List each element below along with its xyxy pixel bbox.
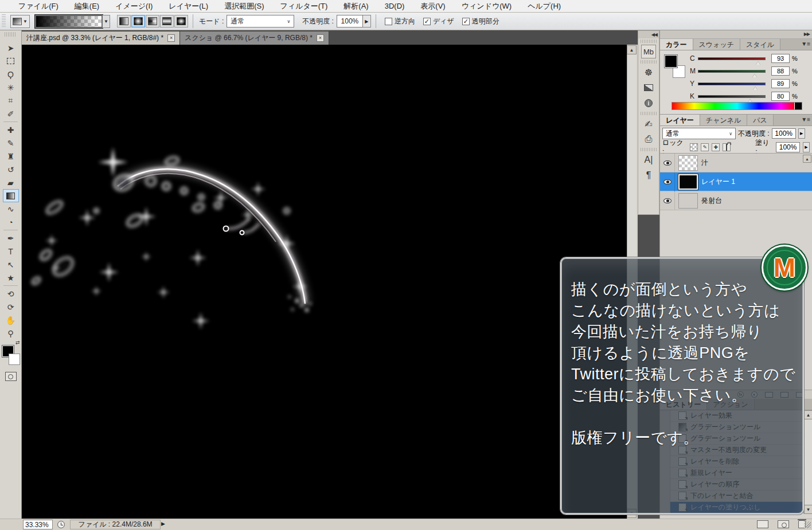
lock-transparency-icon[interactable] <box>690 143 698 151</box>
tab-paths[interactable]: パス <box>747 115 774 125</box>
collapse-dock-button[interactable]: ◀◀ <box>638 31 659 38</box>
character-panel-icon[interactable]: A| <box>641 153 656 167</box>
tab-swatches[interactable]: スウォッチ <box>693 39 740 50</box>
radial-gradient-button[interactable] <box>131 15 145 28</box>
scroll-down-button[interactable]: ▼ <box>804 505 812 514</box>
magic-wand-tool[interactable]: ✳ <box>3 81 19 94</box>
angle-gradient-button[interactable] <box>146 15 159 28</box>
opacity-input[interactable]: 100% <box>337 15 363 28</box>
tab-color[interactable]: カラー <box>660 39 693 50</box>
swap-colors-icon[interactable]: ⇄ <box>15 340 20 346</box>
dock-grip[interactable] <box>641 60 657 64</box>
yellow-slider-thumb[interactable] <box>753 87 758 90</box>
document-tab-active[interactable]: 汁講座.psd @ 33.3% (レイヤー 1, RGB/8#) * × <box>22 32 180 45</box>
visibility-cell[interactable] <box>660 172 675 191</box>
tab-layers[interactable]: レイヤー <box>660 115 700 125</box>
pen-tool[interactable]: ✒ <box>3 231 19 245</box>
blend-mode-select[interactable]: 通常 ∨ <box>227 15 294 28</box>
window-resize-grip[interactable] <box>804 521 811 528</box>
black-slider[interactable] <box>698 95 766 98</box>
panel-menu-icon[interactable]: ▼≡ <box>801 116 810 123</box>
layer-row-layer1-selected[interactable]: レイヤー 1 <box>660 172 812 191</box>
close-icon[interactable]: × <box>167 34 175 42</box>
cyan-slider-thumb[interactable] <box>756 61 760 65</box>
zoom-level-input[interactable]: 33.33% <box>23 520 53 529</box>
3d-orbit-tool[interactable]: ⟳ <box>3 300 19 313</box>
info-panel-icon[interactable]: i <box>641 96 656 110</box>
magenta-slider-thumb[interactable] <box>752 74 757 77</box>
gradient-preview[interactable] <box>35 15 103 28</box>
history-brush-tool[interactable]: ↺ <box>3 163 19 176</box>
tool-preset-picker[interactable]: ▼ <box>10 15 30 28</box>
transparency-checkbox-group[interactable]: ✓ 透明部分 <box>462 17 499 26</box>
quick-mask-button[interactable] <box>5 372 17 381</box>
move-tool[interactable]: ➤ <box>3 41 19 54</box>
yellow-value[interactable]: 89 <box>771 79 790 88</box>
marquee-tool[interactable] <box>3 54 19 68</box>
lock-all-icon[interactable] <box>723 143 731 151</box>
dither-checkbox[interactable]: ✓ <box>423 18 431 25</box>
menu-file[interactable]: ファイル(F) <box>10 0 67 13</box>
scroll-up-button[interactable]: ▲ <box>627 45 637 54</box>
new-document-from-state-button[interactable] <box>757 520 768 528</box>
scroll-up-button[interactable]: ▲ <box>804 410 812 419</box>
layer-fill-input[interactable]: 100% <box>776 142 800 152</box>
dock-grip[interactable] <box>641 148 657 151</box>
menu-select[interactable]: 選択範囲(S) <box>216 0 272 13</box>
gradient-picker-arrow[interactable]: ▼ <box>103 15 110 28</box>
clone-stamp-tool[interactable]: ♜ <box>3 150 19 163</box>
histogram-panel-icon[interactable] <box>641 81 656 95</box>
reverse-checkbox-group[interactable]: 逆方向 <box>385 17 415 26</box>
document-tab-inactive[interactable]: スクショ @ 66.7% (レイヤー 9, RGB/8) * × <box>180 32 329 45</box>
diamond-gradient-button[interactable] <box>174 15 188 28</box>
layer-thumbnail[interactable] <box>678 193 698 209</box>
menu-view[interactable]: 表示(V) <box>412 0 453 13</box>
layer-opacity-arrow[interactable]: ▶ <box>798 128 805 139</box>
dither-checkbox-group[interactable]: ✓ ディザ <box>423 17 454 26</box>
cyan-slider[interactable] <box>698 57 766 60</box>
visibility-cell[interactable] <box>660 191 675 210</box>
layer-list-scroll-up[interactable]: ▲ <box>803 155 811 163</box>
magenta-slider[interactable] <box>698 70 766 73</box>
menu-filter[interactable]: フィルター(T) <box>272 0 336 13</box>
tab-styles[interactable]: スタイル <box>740 39 780 50</box>
opacity-slider-arrow[interactable]: ▶ <box>363 15 371 28</box>
brush-tool[interactable]: ✎ <box>3 136 19 150</box>
layer-row-juice[interactable]: 汁 <box>660 154 812 172</box>
3d-rotate-tool[interactable]: ⟲ <box>3 287 19 300</box>
reverse-checkbox[interactable] <box>385 18 392 25</box>
layer-thumbnail[interactable] <box>678 174 698 190</box>
transparency-checkbox[interactable]: ✓ <box>462 18 470 25</box>
lock-position-icon[interactable]: ✚ <box>712 143 720 151</box>
hand-tool[interactable]: ✋ <box>3 313 19 327</box>
visibility-cell[interactable] <box>660 154 675 172</box>
menu-3d[interactable]: 3D(D) <box>377 0 413 13</box>
gradient-tool[interactable] <box>3 189 19 202</box>
toolbar-grip[interactable] <box>5 32 17 37</box>
crop-tool[interactable]: ⌗ <box>3 94 19 107</box>
clone-source-panel-icon[interactable]: ⎙ <box>641 132 656 146</box>
background-color-swatch[interactable] <box>9 354 20 365</box>
collapse-panels-button[interactable]: ▶▶ <box>660 30 812 39</box>
layer-row-launchpad[interactable]: 発射台 <box>660 191 812 210</box>
type-tool[interactable]: T <box>3 245 19 258</box>
canvas[interactable] <box>22 45 627 519</box>
linear-gradient-button[interactable] <box>117 15 131 28</box>
menu-help[interactable]: ヘルプ(H) <box>520 0 569 13</box>
options-bar-grip[interactable] <box>2 14 6 28</box>
menu-edit[interactable]: 編集(E) <box>67 0 107 13</box>
eyedropper-tool[interactable]: ✐ <box>3 107 19 120</box>
layer-fill-arrow[interactable]: ▶ <box>803 142 810 152</box>
yellow-slider[interactable] <box>698 83 766 85</box>
menu-window[interactable]: ウィンドウ(W) <box>454 0 520 13</box>
magenta-value[interactable]: 88 <box>771 66 790 76</box>
dock-grip[interactable] <box>641 40 657 43</box>
layer-blend-mode-select[interactable]: 通常 ∨ <box>662 128 736 139</box>
panel-menu-icon[interactable]: ▼≡ <box>801 41 810 47</box>
lock-pixels-icon[interactable]: ✎ <box>701 143 709 151</box>
reflected-gradient-button[interactable] <box>160 15 174 28</box>
tab-channels[interactable]: チャンネル <box>700 115 747 125</box>
menu-image[interactable]: イメージ(I) <box>107 0 161 13</box>
lasso-tool[interactable]: Ϙ <box>3 68 19 81</box>
status-options-arrow[interactable]: ▶ <box>161 521 165 527</box>
